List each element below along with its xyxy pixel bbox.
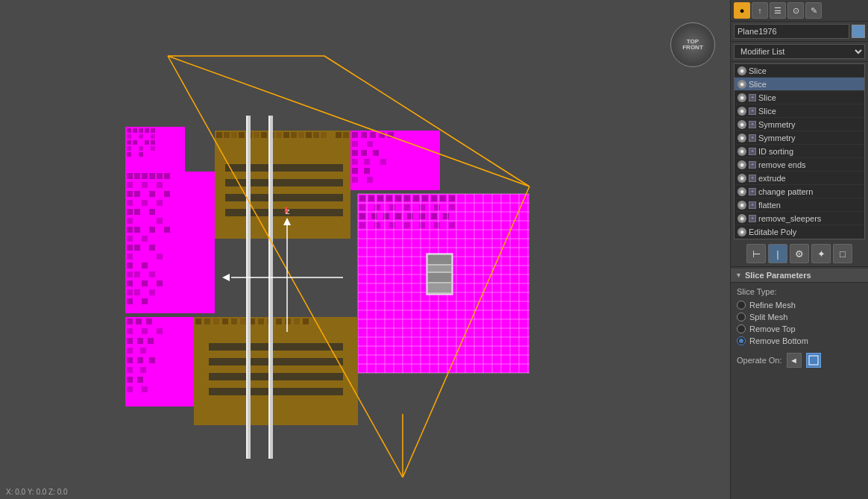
svg-rect-121 [434,204,440,210]
modifier-item-symmetry2[interactable]: ◉ + Symmetry [735,131,864,145]
radio-remove-bottom[interactable] [737,336,746,345]
svg-rect-114 [440,195,446,201]
svg-rect-34 [142,200,148,206]
mod-label-editable-poly: Editable Poly [749,227,861,236]
svg-rect-31 [149,191,155,197]
modifier-item-extrude[interactable]: ◉ + extrude [735,172,864,185]
toolbar-make-unique-icon[interactable]: ⚙ [790,244,809,263]
svg-rect-122 [449,204,455,210]
viewport[interactable]: Z TOP FRONT X: 0.0 Y: 0.0 Z: 0.0 [0,0,730,499]
viewport-status: X: 0.0 Y: 0.0 Z: 0.0 [6,488,68,496]
svg-rect-236 [428,273,451,282]
svg-rect-204 [213,318,219,324]
radio-row-remove-top: Remove Top [737,323,862,335]
modifier-item-slice2[interactable]: ◉ Slice [735,78,864,91]
svg-rect-132 [374,222,380,228]
radio-remove-top[interactable] [737,324,746,333]
svg-rect-215 [209,343,343,351]
svg-rect-76 [140,348,146,354]
radio-refine-mesh[interactable] [737,301,746,310]
svg-rect-109 [395,195,401,201]
mod-icon-flatten: ◉ [738,201,746,210]
mod-plus-change-pattern: + [749,188,756,195]
svg-rect-42 [134,227,140,233]
svg-rect-56 [149,272,155,277]
svg-rect-83 [137,377,143,383]
modifier-item-change-pattern[interactable]: ◉ + change pattern [735,185,864,198]
svg-rect-71 [157,328,163,334]
svg-rect-125 [383,213,389,219]
svg-rect-64 [142,298,148,304]
mod-icon-symmetry2: ◉ [738,134,746,142]
svg-rect-59 [157,280,163,286]
svg-rect-212 [285,318,291,324]
toolbar-config-icon[interactable]: □ [833,244,852,263]
operate-arrow-button[interactable]: ◄ [787,353,802,368]
operate-square-button[interactable] [806,353,821,368]
svg-rect-23 [149,173,155,179]
top-icon-display[interactable]: ✎ [805,2,822,19]
svg-rect-50 [127,254,133,260]
mod-icon-slice1: ◉ [738,66,746,75]
object-color-swatch[interactable] [852,25,865,38]
svg-rect-117 [374,204,380,210]
svg-rect-44 [164,227,170,233]
svg-rect-11 [133,140,137,145]
svg-rect-115 [449,195,455,201]
modifier-dropdown-row: Modifier List [731,42,868,62]
svg-rect-38 [149,209,155,215]
right-panel: ● ↑ ☰ ⊙ ✎ Modifier List ◉ Slice ◉ Slice … [730,0,868,499]
svg-rect-182 [231,132,237,138]
svg-rect-195 [336,132,342,138]
svg-rect-79 [149,357,155,363]
radio-split-mesh[interactable] [737,313,746,321]
toolbar-pin-icon[interactable]: ⊢ [746,244,766,263]
top-icons-bar: ● ↑ ☰ ⊙ ✎ [731,0,868,22]
svg-rect-134 [404,222,410,228]
svg-rect-54 [127,272,133,277]
svg-rect-136 [434,222,440,228]
svg-rect-129 [431,213,437,219]
mod-icon-extrude: ◉ [738,174,746,183]
svg-rect-36 [127,209,133,215]
modifier-item-id-sorting[interactable]: ◉ + ID sorting [735,145,864,158]
modifier-item-remove-sleepers[interactable]: ◉ + remove_sleepers [735,212,864,225]
svg-rect-183 [239,132,245,138]
modifier-item-slice1[interactable]: ◉ Slice [735,64,864,78]
svg-rect-80 [127,367,133,373]
svg-rect-205 [222,318,228,324]
modifier-item-symmetry1[interactable]: ◉ + Symmetry [735,118,864,131]
svg-rect-124 [371,213,377,219]
svg-rect-28 [157,182,163,188]
top-icon-create[interactable]: ● [734,2,750,19]
modifier-item-remove-ends[interactable]: ◉ + remove ends [735,158,864,172]
slice-header[interactable]: ▼ Slice Parameters [731,269,868,283]
modifier-item-slice3[interactable]: ◉ + Slice [735,91,864,104]
svg-rect-130 [443,213,449,219]
svg-rect-105 [359,195,365,201]
mod-label-remove-ends: remove ends [758,160,861,169]
svg-rect-48 [134,245,140,251]
svg-rect-131 [359,222,365,228]
modifier-item-slice4[interactable]: ◉ + Slice [735,104,864,118]
top-icon-motion[interactable]: ⊙ [787,2,804,19]
modifier-list-dropdown[interactable]: Modifier List [734,44,865,59]
svg-rect-46 [142,236,148,242]
svg-rect-13 [151,140,155,145]
svg-rect-106 [368,195,374,201]
svg-rect-55 [134,272,140,277]
top-icon-hierarchy[interactable]: ☰ [770,2,786,19]
svg-rect-194 [321,132,327,138]
mod-label-slice1: Slice [749,66,861,75]
mod-icon-symmetry1: ◉ [738,120,746,129]
modifier-item-editable-poly[interactable]: ◉ Editable Poly [735,225,864,239]
svg-rect-216 [209,358,343,365]
mod-plus-symmetry2: + [749,134,756,142]
modifier-item-flatten[interactable]: ◉ + flatten [735,198,864,212]
svg-rect-22 [142,173,148,179]
svg-rect-69 [127,328,133,334]
object-name-input[interactable] [734,24,849,39]
toolbar-remove-icon[interactable]: ✦ [811,244,831,263]
top-icon-modify[interactable]: ↑ [752,2,768,19]
toolbar-show-icon[interactable]: | [768,244,787,263]
